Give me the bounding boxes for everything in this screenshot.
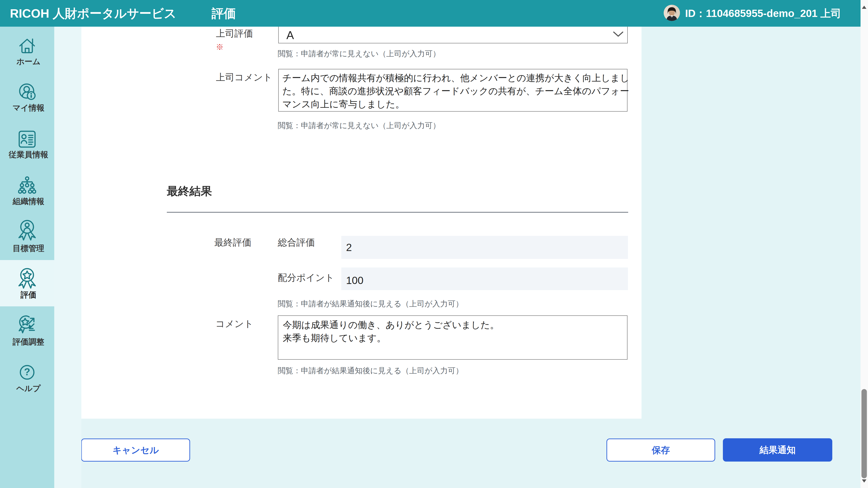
svg-text:?: ? [24,366,30,377]
